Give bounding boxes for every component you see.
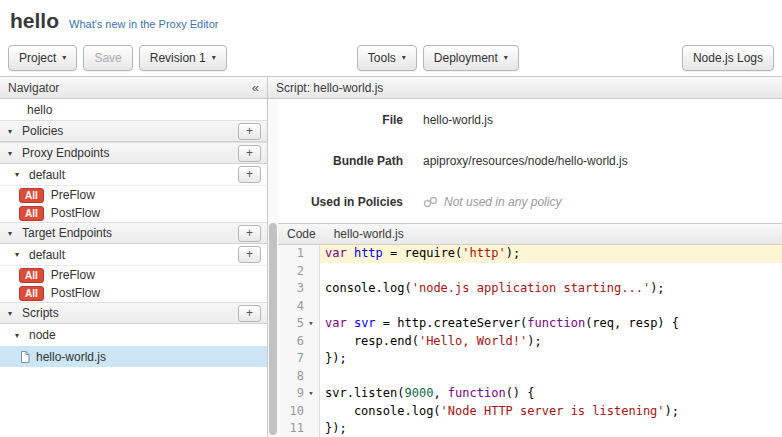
code-line[interactable]: 3console.log('node.js application starti… [278, 280, 782, 298]
nav-item-proxy-postflow[interactable]: All PostFlow [0, 204, 267, 222]
used-in-policies-label: Used in Policies [278, 195, 403, 209]
disclosure-triangle-icon[interactable]: ▾ [15, 170, 24, 179]
code-fold-icon[interactable]: ▾ [304, 315, 318, 333]
deployment-menu-button[interactable]: Deployment ▾ [423, 45, 519, 71]
disclosure-triangle-icon[interactable]: ▾ [8, 309, 17, 318]
code-text[interactable]: }); [320, 420, 782, 437]
tools-button-group: Tools ▾ Deployment ▾ [357, 45, 519, 71]
vertical-scrollbar[interactable] [268, 99, 278, 437]
page-title: hello [10, 10, 59, 32]
code-fold-icon[interactable]: ▾ [304, 385, 318, 403]
code-editor[interactable]: 1var http = require('http');23console.lo… [278, 245, 782, 437]
nav-item-hello-world-js[interactable]: hello-world.js [0, 346, 267, 367]
code-line[interactable]: 5▾var svr = http.createServer(function(r… [278, 315, 782, 333]
add-proxy-flow-button[interactable]: + [238, 166, 261, 183]
fold-spacer [304, 298, 318, 316]
save-button[interactable]: Save [83, 45, 132, 71]
line-gutter: 4 [278, 298, 320, 316]
bundle-path-value: apiproxy/resources/node/hello-world.js [423, 154, 628, 168]
code-text[interactable]: var http = require('http'); [320, 245, 782, 263]
file-icon [20, 351, 30, 363]
nav-section-policies[interactable]: ▾ Policies + [0, 120, 267, 142]
project-menu-label: Project [19, 51, 56, 65]
disclosure-triangle-icon[interactable]: ▾ [15, 250, 24, 259]
nav-item-proxy-preflow[interactable]: All PreFlow [0, 186, 267, 204]
file-field-label: File [278, 113, 403, 127]
add-script-button[interactable]: + [238, 305, 261, 322]
nav-item-hello[interactable]: hello [0, 99, 267, 120]
code-text[interactable]: console.log('Node HTTP server is listeni… [320, 403, 782, 421]
toolbar: Project ▾ Save Revision 1 ▾ Tools ▾ Depl… [0, 40, 782, 76]
code-section-header: Code hello-world.js [278, 224, 782, 245]
line-gutter: 5▾ [278, 315, 320, 333]
scrollbar-thumb[interactable] [269, 223, 277, 435]
project-button-group: Project ▾ Save Revision 1 ▾ [8, 45, 227, 71]
code-line[interactable]: 9▾svr.listen(9000, function() { [278, 385, 782, 403]
code-text[interactable]: console.log('node.js application startin… [320, 280, 782, 298]
code-line[interactable]: 1var http = require('http'); [278, 245, 782, 263]
code-line[interactable]: 11}); [278, 420, 782, 437]
nav-section-proxy-endpoints[interactable]: ▾ Proxy Endpoints + [0, 142, 267, 164]
code-section: Code hello-world.js 1var http = require(… [278, 223, 782, 437]
proxy-editor-app: hello What's new in the Proxy Editor Pro… [0, 0, 782, 437]
code-line[interactable]: 2 [278, 263, 782, 281]
nav-item-proxy-default[interactable]: ▾ default + [0, 164, 267, 186]
disclosure-triangle-icon[interactable]: ▾ [15, 331, 24, 340]
code-line[interactable]: 4 [278, 298, 782, 316]
script-meta-form: File hello-world.js Bundle Path apiproxy… [278, 99, 782, 223]
nav-item-label: hello [27, 103, 52, 117]
disclosure-triangle-icon[interactable]: ▾ [8, 127, 17, 136]
code-line[interactable]: 8 [278, 368, 782, 386]
code-label: Code [287, 227, 316, 241]
caret-down-icon: ▾ [62, 54, 66, 62]
fold-spacer [304, 350, 318, 368]
line-number: 3 [278, 280, 304, 298]
nav-item-target-default[interactable]: ▾ default + [0, 244, 267, 266]
code-text[interactable] [320, 298, 782, 316]
code-text[interactable]: svr.listen(9000, function() { [320, 385, 782, 403]
nav-section-label: Scripts [22, 306, 59, 320]
add-proxy-endpoint-button[interactable]: + [238, 145, 261, 162]
disclosure-triangle-icon[interactable]: ▾ [8, 149, 17, 158]
nav-section-scripts[interactable]: ▾ Scripts + [0, 302, 267, 324]
code-text[interactable] [320, 368, 782, 386]
nav-item-label: PreFlow [51, 188, 95, 202]
collapse-panel-icon[interactable]: « [252, 80, 259, 95]
add-target-flow-button[interactable]: + [238, 246, 261, 263]
code-text[interactable] [320, 263, 782, 281]
line-number: 10 [278, 403, 304, 421]
nav-section-target-endpoints[interactable]: ▾ Target Endpoints + [0, 222, 267, 244]
nav-item-target-preflow[interactable]: All PreFlow [0, 266, 267, 284]
deployment-menu-label: Deployment [434, 51, 498, 65]
revision-menu-button[interactable]: Revision 1 ▾ [139, 45, 227, 71]
code-file-tab[interactable]: hello-world.js [334, 227, 404, 241]
whats-new-link[interactable]: What's new in the Proxy Editor [69, 18, 218, 30]
tools-menu-button[interactable]: Tools ▾ [357, 45, 417, 71]
disclosure-triangle-icon[interactable]: ▾ [8, 229, 17, 238]
code-line[interactable]: 7}); [278, 350, 782, 368]
nav-item-node-folder[interactable]: ▾ node [0, 324, 267, 346]
line-gutter: 6 [278, 333, 320, 351]
code-line[interactable]: 10 console.log('Node HTTP server is list… [278, 403, 782, 421]
code-text[interactable]: var svr = http.createServer(function(req… [320, 315, 782, 333]
nav-item-label: default [29, 248, 65, 262]
nav-item-target-postflow[interactable]: All PostFlow [0, 284, 267, 302]
line-number: 7 [278, 350, 304, 368]
bundle-path-row: Bundle Path apiproxy/resources/node/hell… [278, 154, 782, 168]
code-text[interactable]: resp.end('Hello, World!'); [320, 333, 782, 351]
code-line[interactable]: 6 resp.end('Hello, World!'); [278, 333, 782, 351]
add-target-endpoint-button[interactable]: + [238, 225, 261, 242]
nodejs-logs-button[interactable]: Node.js Logs [682, 45, 774, 71]
fold-spacer [304, 280, 318, 298]
add-policy-button[interactable]: + [238, 123, 261, 140]
project-menu-button[interactable]: Project ▾ [8, 45, 77, 71]
line-gutter: 10 [278, 403, 320, 421]
line-number: 6 [278, 333, 304, 351]
code-text[interactable]: }); [320, 350, 782, 368]
all-badge: All [19, 188, 44, 203]
line-number: 8 [278, 368, 304, 386]
script-panel-body: File hello-world.js Bundle Path apiproxy… [268, 99, 782, 437]
line-gutter: 3 [278, 280, 320, 298]
line-gutter: 7 [278, 350, 320, 368]
nav-item-label: PostFlow [51, 286, 100, 300]
